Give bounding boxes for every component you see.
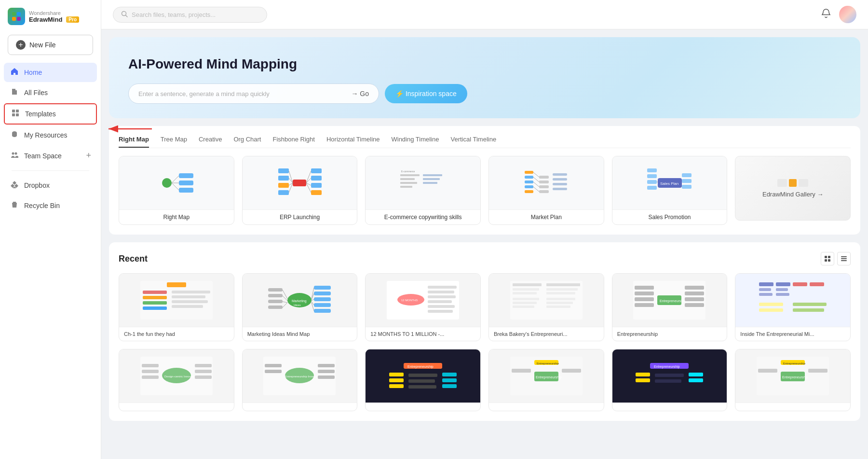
recent-card-label-1: Marketing Ideas Mind Map	[243, 327, 357, 341]
svg-rect-147	[685, 292, 704, 295]
list-view-button[interactable]	[837, 252, 851, 265]
template-card-market-plan[interactable]: Market Plan	[488, 156, 604, 225]
recent-card-label-r2-2	[366, 403, 480, 411]
svg-rect-214	[808, 369, 827, 373]
svg-point-17	[162, 178, 172, 188]
plus-icon: +	[16, 40, 26, 50]
recent-card-4[interactable]: Entrepreneurship Entrepreneurship	[612, 273, 728, 341]
template-card-img-ecommerce: E-commerce	[366, 156, 480, 209]
team-add-icon[interactable]: +	[86, 151, 91, 161]
recent-title: Recent	[119, 254, 148, 264]
sidebar-item-my-resources[interactable]: My Resources	[4, 125, 97, 145]
svg-rect-184	[389, 378, 404, 382]
tab-creative[interactable]: Creative	[199, 136, 222, 148]
sidebar-item-label-resources: My Resources	[24, 131, 67, 139]
tab-horizontal-timeline[interactable]: Horizontal Timeline	[326, 136, 380, 148]
svg-rect-143	[635, 292, 654, 295]
template-card-sales[interactable]: Sales Plan Sales Promotion	[612, 156, 728, 225]
svg-rect-185	[389, 384, 404, 388]
template-tabs: Right Map Tree Map Creative Org Chart Fi…	[119, 136, 851, 148]
sidebar-item-home[interactable]: Home	[4, 63, 97, 82]
svg-rect-25	[278, 168, 289, 173]
recent-card-0[interactable]: Ch-1 the fun they had	[119, 273, 234, 341]
recent-card-1[interactable]: Marketing Ideas	[242, 273, 358, 341]
svg-rect-107	[268, 306, 283, 309]
new-file-button[interactable]: + New File	[8, 35, 93, 55]
svg-rect-128	[513, 288, 539, 291]
svg-line-109	[283, 296, 287, 301]
svg-text:Entrepreneurship Innovation: Entrepreneurship Innovation	[285, 375, 321, 378]
svg-rect-31	[311, 183, 322, 188]
svg-line-33	[289, 171, 293, 183]
ai-prompt-input[interactable]: Enter a sentence, generate a mind map qu…	[128, 83, 379, 104]
svg-rect-144	[635, 297, 654, 301]
sidebar-item-label-team: Team Space	[24, 152, 62, 160]
recent-card-r2-1[interactable]: Entrepreneurship Innovation	[242, 349, 358, 411]
recent-grid-row1: Ch-1 the fun they had Marketing Ideas	[119, 273, 851, 341]
recent-card-2[interactable]: 12 MONTHS 12 MONTHS TO 1 MILLION -...	[365, 273, 481, 341]
svg-rect-160	[759, 308, 783, 312]
svg-rect-51	[525, 171, 533, 174]
svg-rect-93	[172, 295, 205, 298]
search-box[interactable]: Search files, teams, projects...	[113, 7, 267, 23]
svg-rect-131	[546, 288, 578, 291]
template-card-right-map[interactable]: Right Map	[119, 156, 234, 225]
svg-line-108	[283, 290, 287, 299]
svg-rect-207	[655, 379, 681, 383]
svg-rect-18	[179, 173, 193, 178]
view-toggle	[821, 252, 851, 265]
recent-card-5[interactable]: Inside The Entrepreneurial Mi...	[735, 273, 851, 341]
svg-rect-100	[314, 292, 331, 295]
svg-rect-45	[400, 182, 417, 184]
user-avatar[interactable]	[839, 6, 856, 23]
dropbox-icon	[10, 181, 19, 190]
go-button[interactable]: → Go	[351, 90, 369, 97]
svg-rect-153	[759, 293, 773, 296]
tab-vertical-timeline[interactable]: Vertical Timeline	[450, 136, 496, 148]
template-card-erp[interactable]: ERP Launching	[242, 156, 358, 225]
sidebar-item-templates[interactable]: Templates	[4, 103, 97, 125]
recent-card-r2-4[interactable]: Entrepreneurship	[612, 349, 728, 411]
grid-view-button[interactable]	[821, 252, 834, 265]
template-section: Right Map Tree Map Creative Org Chart Fi…	[109, 126, 860, 235]
recent-card-label-r2-5	[735, 403, 850, 411]
template-card-img-sales: Sales Plan	[612, 156, 727, 209]
tab-right-map[interactable]: Right Map	[119, 136, 149, 148]
sidebar-item-dropbox[interactable]: Dropbox	[4, 176, 97, 195]
svg-rect-104	[268, 288, 283, 292]
recent-card-label-r2-1	[243, 403, 357, 411]
sidebar-item-label-files: All Files	[24, 89, 48, 97]
recent-card-img-3	[489, 274, 604, 327]
svg-rect-138	[546, 306, 570, 308]
recent-card-r2-3[interactable]: Entrepreneurship Entrepreneurship	[488, 349, 604, 411]
inspiration-button[interactable]: ⚡ Inspiration space	[385, 84, 467, 103]
template-card-gallery[interactable]: EdrawMind Gallery →	[735, 156, 851, 221]
sidebar-item-recycle-bin[interactable]: Recycle Bin	[4, 196, 97, 215]
tab-winding-timeline[interactable]: Winding Timeline	[391, 136, 439, 148]
recent-card-img-r2-2: Entrepreneurship	[366, 349, 480, 403]
svg-rect-159	[759, 303, 783, 306]
svg-rect-133	[513, 298, 539, 300]
tab-fishbone[interactable]: Fishbone Right	[272, 136, 314, 148]
svg-rect-89	[143, 296, 167, 299]
recent-card-3[interactable]: Breka Bakery's Entrepreneuri...	[488, 273, 604, 341]
gallery-preview	[777, 179, 808, 187]
svg-rect-175	[265, 364, 282, 367]
recent-card-r2-2[interactable]: Entrepreneurship	[365, 349, 481, 411]
svg-rect-87	[167, 282, 186, 287]
svg-rect-54	[525, 185, 533, 188]
pro-badge: Pro	[66, 16, 79, 23]
template-card-ecommerce[interactable]: E-commerce E-commerce copywriting skills	[365, 156, 481, 225]
recent-card-r2-0[interactable]: Design-centric Innovation	[119, 349, 234, 411]
trash-icon	[10, 201, 19, 210]
svg-line-21	[172, 176, 179, 183]
svg-rect-203	[636, 378, 650, 382]
sidebar-item-all-files[interactable]: All Files	[4, 83, 97, 102]
sidebar-item-team-space[interactable]: Team Space +	[4, 146, 97, 166]
recent-card-r2-5[interactable]: Entrepreneurship Entrepreneurship	[735, 349, 851, 411]
template-cards-row: Right Map	[119, 156, 851, 225]
svg-line-23	[172, 183, 179, 190]
tab-org-chart[interactable]: Org Chart	[233, 136, 261, 148]
notification-bell-icon[interactable]	[821, 8, 831, 21]
tab-tree-map[interactable]: Tree Map	[161, 136, 187, 148]
